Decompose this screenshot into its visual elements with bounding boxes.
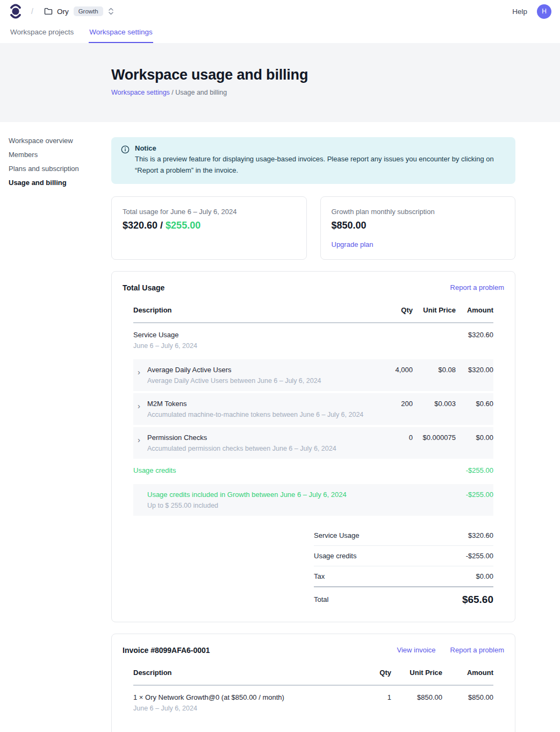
breadcrumb-workspace-settings-link[interactable]: Workspace settings <box>111 89 170 96</box>
chevron-right-icon[interactable]: › <box>138 369 144 375</box>
table-row-usage-credits: Usage credits -$255.00 <box>133 459 493 482</box>
tab-workspace-settings[interactable]: Workspace settings <box>89 24 153 43</box>
table-row-service-usage: Service Usage June 6 – July 6, 2024 $320… <box>133 323 493 357</box>
column-qty: Qty <box>364 306 413 314</box>
breadcrumb-separator: / <box>31 7 33 16</box>
table-row-permission-checks: › Permission Checks Accumulated permissi… <box>133 427 493 459</box>
settings-sidebar: Workspace overview Members Plans and sub… <box>0 137 111 732</box>
info-icon <box>121 145 130 176</box>
total-usage-amount: $320.60 / $255.00 <box>123 220 296 231</box>
notice-body: This is a preview feature for displaying… <box>135 154 500 176</box>
workspace-tabs: Workspace projects Workspace settings <box>0 23 560 43</box>
workspace-name[interactable]: Ory <box>57 8 69 16</box>
workspace-switcher-chevrons-icon[interactable] <box>108 7 114 16</box>
page-header: Workspace usage and billing Workspace se… <box>0 43 560 122</box>
sidebar-item-members[interactable]: Members <box>9 151 111 159</box>
view-invoice-link[interactable]: View invoice <box>397 646 436 654</box>
table-row-m2m-tokens: › M2M Tokens Accumulated machine-to-mach… <box>133 393 493 425</box>
column-description: Description <box>133 669 354 677</box>
chevron-right-icon[interactable]: › <box>138 437 144 443</box>
invoice-table-header: Description Qty Unit Price Amount <box>133 663 493 686</box>
column-unit-price: Unit Price <box>413 306 456 314</box>
breadcrumb-current: Usage and billing <box>175 89 227 96</box>
avatar[interactable]: H <box>537 4 551 19</box>
summary-row-plan: 1 × Ory Network Growth@0 (at $850.00 / m… <box>314 729 493 732</box>
invoice-card: Invoice #8099AFA6-0001 View invoice Repo… <box>111 634 515 732</box>
column-qty: Qty <box>354 669 391 677</box>
notice-title: Notice <box>135 144 500 152</box>
upgrade-plan-link[interactable]: Upgrade plan <box>332 240 374 248</box>
summary-row-usage-credits: Usage credits-$255.00 <box>314 545 493 566</box>
report-problem-link[interactable]: Report a problem <box>450 283 504 292</box>
breadcrumb: Workspace settings / Usage and billing <box>111 89 560 96</box>
included-credits-amount: $255.00 <box>166 220 200 231</box>
sidebar-item-usage-and-billing[interactable]: Usage and billing <box>9 179 111 187</box>
preview-notice: Notice This is a preview feature for dis… <box>111 137 515 184</box>
summary-row-tax: Tax$0.00 <box>314 566 493 586</box>
table-row-usage-credits-detail: Usage credits included in Growth between… <box>133 484 493 516</box>
usage-table-header: Description Qty Unit Price Amount <box>133 301 493 323</box>
invoice-title: Invoice #8099AFA6-0001 <box>123 646 397 655</box>
tab-workspace-projects[interactable]: Workspace projects <box>10 24 74 43</box>
ory-logo-icon[interactable] <box>10 3 21 19</box>
subscription-label: Growth plan monthly subscription <box>332 208 505 216</box>
breadcrumb-separator: / <box>170 89 175 96</box>
report-problem-link[interactable]: Report a problem <box>450 646 504 654</box>
column-unit-price: Unit Price <box>391 669 442 677</box>
usage-summary: Service Usage$320.60 Usage credits-$255.… <box>314 525 493 608</box>
total-usage-label: Total usage for June 6 – July 6, 2024 <box>123 208 296 216</box>
chevron-right-icon[interactable]: › <box>138 403 144 409</box>
column-amount: Amount <box>442 669 493 677</box>
help-link[interactable]: Help <box>512 8 527 16</box>
summary-row-service-usage: Service Usage$320.60 <box>314 525 493 545</box>
page-title: Workspace usage and billing <box>111 67 560 83</box>
usage-invoice-card: Total Usage Report a problem Description… <box>111 271 515 622</box>
sidebar-item-plans-and-subscription[interactable]: Plans and subscription <box>9 165 111 173</box>
total-usage-card: Total usage for June 6 – July 6, 2024 $3… <box>111 196 307 260</box>
plan-badge: Growth <box>74 6 103 16</box>
subscription-card: Growth plan monthly subscription $850.00… <box>320 196 516 260</box>
table-row-daily-active-users: › Average Daily Active Users Average Dai… <box>133 359 493 391</box>
table-row-growth-plan: 1 × Ory Network Growth@0 (at $850.00 / m… <box>133 686 493 720</box>
top-bar: / Ory Growth Help H <box>0 0 560 23</box>
subscription-amount: $850.00 <box>332 220 505 231</box>
summary-row-total: Total$65.60 <box>314 586 493 608</box>
column-description: Description <box>133 306 364 314</box>
sidebar-item-workspace-overview[interactable]: Workspace overview <box>9 137 111 145</box>
invoice-summary: 1 × Ory Network Growth@0 (at $850.00 / m… <box>314 729 493 732</box>
usage-card-title: Total Usage <box>123 283 450 292</box>
column-amount: Amount <box>456 306 493 314</box>
folder-icon <box>44 8 53 15</box>
